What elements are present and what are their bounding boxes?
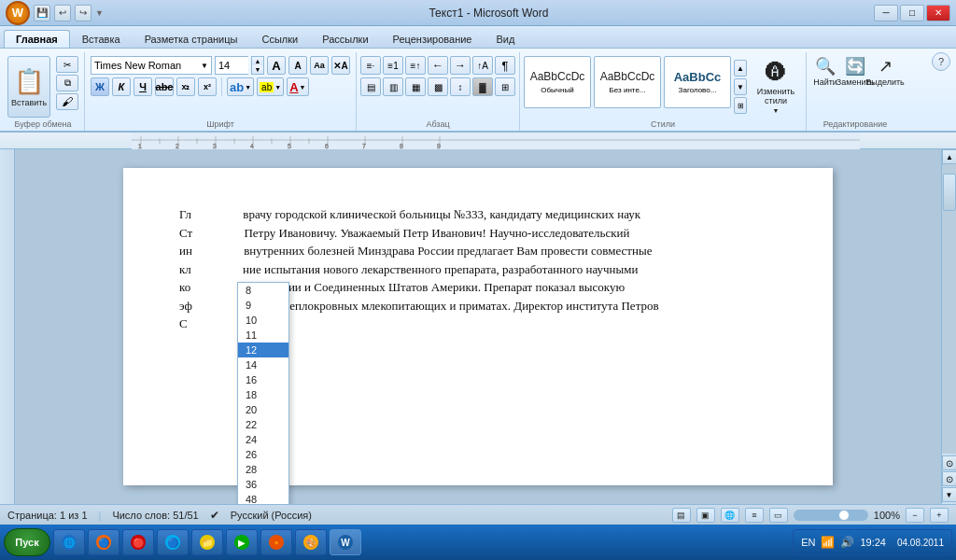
taskbar-chrome[interactable]: 🔴: [122, 529, 154, 555]
taskbar-torrent[interactable]: 🔸: [260, 529, 292, 555]
taskbar-paint[interactable]: 🎨: [295, 529, 327, 555]
tab-view[interactable]: Вид: [485, 30, 527, 48]
find-button[interactable]: 🔍 Найти: [812, 56, 838, 87]
tab-mailings[interactable]: Рассылки: [310, 30, 380, 48]
close-button[interactable]: ✕: [926, 5, 950, 21]
taskbar-firefox[interactable]: 🔵: [88, 529, 120, 555]
quick-access-expand[interactable]: ▼: [95, 8, 104, 18]
quick-redo-btn[interactable]: ↪: [75, 5, 91, 21]
zoom-slider[interactable]: [794, 510, 868, 521]
style-no-spacing[interactable]: AaBbCcDc Без инте...: [594, 56, 661, 108]
justify-button[interactable]: ▩: [428, 77, 448, 96]
view-outline-btn[interactable]: ≡: [745, 508, 764, 523]
clear-format-button[interactable]: ✕A: [331, 56, 350, 75]
select-button[interactable]: ↗ Выделить: [872, 56, 898, 87]
subscript-button[interactable]: x₂: [176, 77, 195, 96]
taskbar-mediaplayer[interactable]: ▶: [226, 529, 258, 555]
font-size-down[interactable]: ▼: [252, 65, 263, 74]
document-page[interactable]: Гл врачу городской клинической больницы …: [123, 168, 833, 485]
multilevel-list-button[interactable]: ≡↑: [405, 56, 426, 75]
scroll-track[interactable]: [942, 164, 956, 454]
outdent-button[interactable]: ←: [428, 56, 448, 75]
copy-button[interactable]: ⧉: [56, 75, 78, 91]
maximize-button[interactable]: □: [900, 5, 924, 21]
fontsize-18[interactable]: 18: [238, 387, 288, 402]
taskbar-skype[interactable]: 🔵: [157, 529, 189, 555]
quick-undo-btn[interactable]: ↩: [54, 5, 71, 21]
fontsize-48[interactable]: 48: [238, 492, 288, 504]
borders-button[interactable]: ⊞: [495, 77, 515, 96]
tab-home[interactable]: Главная: [4, 30, 70, 48]
grow-font-button[interactable]: A: [267, 56, 286, 75]
format-painter-button[interactable]: 🖌: [56, 93, 78, 110]
show-hide-button[interactable]: ¶: [495, 56, 515, 75]
font-size-up[interactable]: ▲: [252, 57, 263, 65]
align-left-button[interactable]: ▤: [360, 77, 381, 96]
align-right-button[interactable]: ▦: [405, 77, 426, 96]
highlight-button[interactable]: ab ▼: [257, 77, 284, 96]
italic-button[interactable]: К: [112, 77, 131, 96]
fontsize-14[interactable]: 14: [238, 357, 288, 372]
align-center-button[interactable]: ▥: [383, 77, 403, 96]
zoom-out-btn[interactable]: −: [906, 508, 924, 523]
next-page-btn[interactable]: ⊙: [942, 471, 957, 486]
fontsize-12[interactable]: 12: [238, 343, 288, 357]
prev-page-btn[interactable]: ⊙: [942, 455, 957, 470]
zoom-slider-thumb[interactable]: [838, 510, 850, 521]
style-heading1[interactable]: AaBbCc Заголово...: [664, 56, 731, 108]
replace-button[interactable]: 🔄 Заменить: [842, 56, 868, 87]
bold-button[interactable]: Ж: [91, 77, 109, 96]
styles-scroll-up[interactable]: ▲: [734, 60, 747, 77]
numbered-list-button[interactable]: ≡1: [383, 56, 403, 75]
font-size-dropdown[interactable]: 8 9 10 11 12 14 16 18 20 22 24 26 28 36 …: [237, 282, 289, 504]
taskbar-ie[interactable]: 🌐: [53, 529, 85, 555]
view-web-btn[interactable]: 🌐: [721, 508, 739, 523]
styles-more[interactable]: ⊞: [734, 97, 747, 114]
font-color-button[interactable]: A ▼: [287, 77, 308, 96]
change-case-button[interactable]: Aa: [310, 56, 329, 75]
shading-button[interactable]: ▓: [472, 77, 493, 96]
superscript-button[interactable]: x²: [198, 77, 217, 96]
fontsize-20[interactable]: 20: [238, 402, 288, 417]
fontsize-24[interactable]: 24: [238, 432, 288, 447]
text-effects-button[interactable]: ab ▼: [227, 77, 254, 96]
view-draft-btn[interactable]: ▭: [769, 508, 788, 523]
font-name-dropdown[interactable]: Times New Roman ▼: [91, 56, 212, 75]
fontsize-9[interactable]: 9: [238, 298, 288, 313]
document-area[interactable]: Гл врачу городской клинической больницы …: [15, 149, 941, 504]
scroll-up-button[interactable]: ▲: [942, 149, 956, 164]
line-spacing-button[interactable]: ↕: [450, 77, 471, 96]
strikethrough-button[interactable]: abc: [155, 77, 174, 96]
quick-save-btn[interactable]: 💾: [34, 5, 50, 21]
fontsize-28[interactable]: 28: [238, 462, 288, 477]
indent-button[interactable]: →: [450, 56, 471, 75]
sort-button[interactable]: ↑A: [472, 56, 493, 75]
minimize-button[interactable]: ─: [874, 5, 898, 21]
fontsize-16[interactable]: 16: [238, 372, 288, 387]
bullet-list-button[interactable]: ≡·: [360, 56, 381, 75]
office-button[interactable]: W: [6, 1, 30, 25]
styles-scroll-down[interactable]: ▼: [734, 78, 747, 95]
fontsize-22[interactable]: 22: [238, 417, 288, 432]
view-print-btn[interactable]: ▤: [672, 508, 691, 523]
fontsize-8[interactable]: 8: [238, 283, 288, 298]
fontsize-11[interactable]: 11: [238, 328, 288, 343]
tab-insert[interactable]: Вставка: [70, 30, 133, 48]
tab-references[interactable]: Ссылки: [249, 30, 310, 48]
paste-button[interactable]: 📋 Вставить: [7, 56, 50, 118]
start-button[interactable]: Пуск: [4, 528, 50, 556]
cut-button[interactable]: ✂: [56, 56, 78, 73]
view-full-reading-btn[interactable]: ▣: [696, 508, 715, 523]
shrink-font-button[interactable]: A: [288, 56, 307, 75]
style-normal[interactable]: AaBbCcDc Обычный: [524, 56, 591, 108]
underline-button[interactable]: Ч: [134, 77, 152, 96]
taskbar-explorer[interactable]: 📁: [191, 529, 223, 555]
fontsize-10[interactable]: 10: [238, 313, 288, 328]
help-button[interactable]: ?: [932, 52, 950, 71]
change-styles-button[interactable]: 🅐 Изменитьстили ▼: [750, 56, 802, 118]
fontsize-26[interactable]: 26: [238, 447, 288, 462]
scroll-thumb[interactable]: [943, 174, 956, 211]
tab-review[interactable]: Рецензирование: [381, 30, 485, 48]
zoom-in-btn[interactable]: +: [930, 508, 949, 523]
fontsize-36[interactable]: 36: [238, 477, 288, 492]
